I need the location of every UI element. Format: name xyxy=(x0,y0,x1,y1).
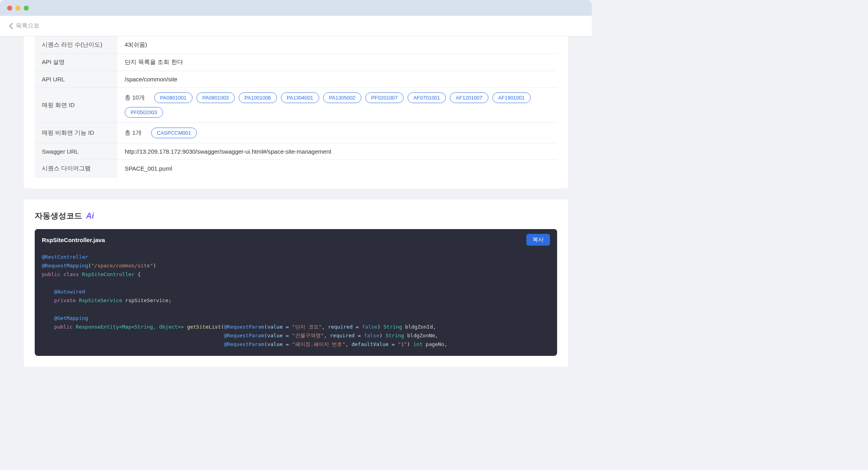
keyword: public xyxy=(42,271,60,277)
screen-id-chip[interactable]: PA1304001 xyxy=(281,92,319,103)
map-nonscreen-chips-row: 총 1개 CASPCCM001 xyxy=(125,128,550,138)
topbar: 목록으로 xyxy=(0,16,592,36)
label-api-url: API URL xyxy=(35,71,118,88)
screen-id-chip[interactable]: PF0502003 xyxy=(125,107,163,118)
keyword: private xyxy=(54,297,76,303)
param-key: value = xyxy=(267,333,292,338)
annotation: @RequestParam xyxy=(224,341,264,347)
screen-id-chip[interactable]: PA0801001 xyxy=(154,92,193,103)
swagger-url-link[interactable]: http://13.209.178.172:9030/swagger/swagg… xyxy=(118,143,557,160)
value-map-screen: 총 10개 PA0801001 PA0801003 PA1001006 PA13… xyxy=(118,88,557,123)
type-name: int xyxy=(413,341,423,347)
annotation: @Autowired xyxy=(54,289,85,295)
value-api-desc: 단지 목록을 조회 한다 xyxy=(118,54,557,71)
string-literal: "건물구역명" xyxy=(292,333,324,338)
back-label: 목록으로 xyxy=(16,22,39,30)
annotation: @GetMapping xyxy=(54,315,88,321)
window-close-icon[interactable] xyxy=(7,6,12,11)
value-seq-lines: 43(쉬움) xyxy=(118,36,557,54)
app-window: 목록으로 시퀀스 라인 수(난이도) 43(쉬움) API 설명 단지 목록을 … xyxy=(0,0,592,386)
label-seq-lines: 시퀀스 라인 수(난이도) xyxy=(35,36,118,54)
label-map-screen: 매핑 화면 ID xyxy=(35,88,118,123)
row-seq-lines: 시퀀스 라인 수(난이도) 43(쉬움) xyxy=(35,36,557,54)
code-section-title: 자동생성코드 xyxy=(35,211,82,221)
row-map-screen: 매핑 화면 ID 총 10개 PA0801001 PA0801003 PA100… xyxy=(35,88,557,123)
param-name: bldgZonNm, xyxy=(407,333,438,338)
code-block-header: RspSiteController.java 복사 xyxy=(35,229,557,250)
string-literal: "페이징.페이지 번호" xyxy=(292,341,345,347)
row-seq-diagram: 시퀀스 다이어그램 SPACE_001.puml xyxy=(35,160,557,177)
code-block: RspSiteController.java 복사 @RestControlle… xyxy=(35,229,557,356)
label-swagger: Swagger URL xyxy=(35,143,118,160)
screen-id-chip[interactable]: PA1305002 xyxy=(323,92,361,103)
code-text: { xyxy=(138,271,141,277)
screen-id-chip[interactable]: AF1901001 xyxy=(492,92,531,103)
type-name: RspSiteService xyxy=(79,297,122,303)
row-swagger: Swagger URL http://13.209.178.172:9030/s… xyxy=(35,143,557,160)
code-body: @RestController @RequestMapping("/space/… xyxy=(35,250,557,356)
label-api-desc: API 설명 xyxy=(35,54,118,71)
screen-id-chip[interactable]: PF0201007 xyxy=(365,92,404,103)
param-name: pageNo, xyxy=(426,341,447,347)
detail-card: 시퀀스 라인 수(난이도) 43(쉬움) API 설명 단지 목록을 조회 한다… xyxy=(24,36,568,188)
window-minimize-icon[interactable] xyxy=(15,6,21,11)
row-api-url: API URL /space/common/site xyxy=(35,71,557,88)
window-titlebar xyxy=(0,0,592,16)
param-key: value = xyxy=(267,324,292,330)
map-screen-count: 총 10개 xyxy=(125,94,145,102)
nonscreen-id-chip[interactable]: CASPCCM001 xyxy=(151,128,197,138)
param-key: required = xyxy=(330,333,364,338)
screen-id-chip[interactable]: PA0801003 xyxy=(196,92,235,103)
method-name: getSiteList xyxy=(187,324,221,330)
code-text: ) xyxy=(377,324,383,330)
screen-id-chip[interactable]: AF1201007 xyxy=(450,92,488,103)
string-literal: "1" xyxy=(398,341,407,347)
code-text: , xyxy=(322,324,328,330)
field-name: rspSiteService; xyxy=(125,297,171,303)
map-nonscreen-count: 총 1개 xyxy=(125,129,142,137)
row-map-nonscreen: 매핑 비화면 기능 ID 총 1개 CASPCCM001 xyxy=(35,123,557,143)
code-text: ) xyxy=(380,333,386,338)
seq-diagram-link[interactable]: SPACE_001.puml xyxy=(118,160,557,177)
value-map-nonscreen: 총 1개 CASPCCM001 xyxy=(118,123,557,143)
param-key: required = xyxy=(328,324,362,330)
annotation: @RestController xyxy=(42,254,88,260)
param-key: value = xyxy=(267,341,292,347)
map-screen-chips-row: 총 10개 PA0801001 PA0801003 PA1001006 PA13… xyxy=(125,92,550,118)
code-filename: RspSiteController.java xyxy=(42,237,105,243)
code-card: 자동생성코드 Ai RspSiteController.java 복사 @Res… xyxy=(24,199,568,367)
string-literal: "단지 코드" xyxy=(292,324,322,330)
screen-id-chip[interactable]: AF0701001 xyxy=(408,92,446,103)
type-name: RspSiteController xyxy=(82,271,135,277)
row-api-desc: API 설명 단지 목록을 조회 한다 xyxy=(35,54,557,71)
bool-literal: false xyxy=(362,324,377,330)
annotation: @RequestParam xyxy=(224,333,264,338)
content-area: 시퀀스 라인 수(난이도) 43(쉬움) API 설명 단지 목록을 조회 한다… xyxy=(0,36,592,386)
window-maximize-icon[interactable] xyxy=(24,6,29,11)
type-name: ResponseEntity<Map<String, Object>> xyxy=(76,324,184,330)
screen-id-chip[interactable]: PA1001006 xyxy=(239,92,277,103)
back-to-list-link[interactable]: 목록으로 xyxy=(9,22,39,30)
code-text: ) xyxy=(153,263,156,269)
code-header: 자동생성코드 Ai xyxy=(35,211,557,221)
ai-badge: Ai xyxy=(86,211,94,220)
code-text: ( xyxy=(221,324,224,330)
type-name: String xyxy=(383,324,402,330)
code-text: , xyxy=(324,333,330,338)
code-text: ) xyxy=(407,341,413,347)
detail-table: 시퀀스 라인 수(난이도) 43(쉬움) API 설명 단지 목록을 조회 한다… xyxy=(35,36,557,177)
type-name: String xyxy=(385,333,404,338)
label-seq-diagram: 시퀀스 다이어그램 xyxy=(35,160,118,177)
keyword: class xyxy=(64,271,79,277)
copy-button[interactable]: 복사 xyxy=(526,234,550,246)
annotation: @RequestMapping xyxy=(42,263,88,269)
keyword: public xyxy=(54,324,73,330)
label-map-nonscreen: 매핑 비화면 기능 ID xyxy=(35,123,118,143)
string-literal: "/space/common/site" xyxy=(91,263,153,269)
value-api-url: /space/common/site xyxy=(118,71,557,88)
bool-literal: false xyxy=(364,333,379,338)
param-key: defaultValue = xyxy=(352,341,398,347)
chevron-left-icon xyxy=(9,23,13,30)
param-name: bldgZonId, xyxy=(405,324,436,330)
code-text: , xyxy=(345,341,352,347)
